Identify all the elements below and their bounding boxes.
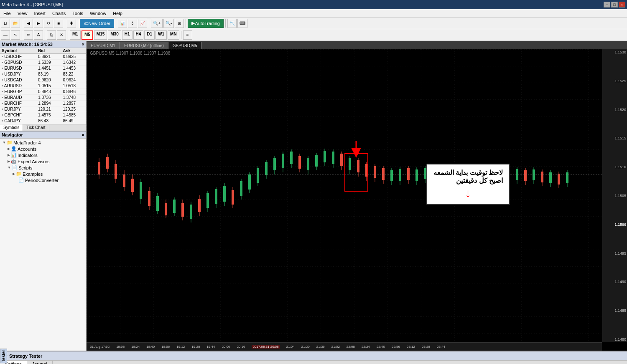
chart-tab-gbpusd-m5[interactable]: GBPUSD,M5: [168, 42, 202, 49]
market-watch-header: Market Watch: 16:24:53 ×: [0, 41, 86, 48]
svg-rect-43: [265, 162, 268, 175]
minimize-button[interactable]: –: [604, 2, 610, 8]
crosshair-button[interactable]: ✚: [67, 19, 76, 28]
price-4: 1.1515: [603, 136, 626, 140]
svg-rect-105: [524, 170, 527, 181]
new-button[interactable]: 🗋: [1, 19, 10, 28]
stop-button[interactable]: ■: [54, 19, 63, 28]
tab-tick-chart[interactable]: Tick Chart: [23, 124, 49, 131]
table-row[interactable]: • USDJPY83.1983.22: [0, 71, 86, 77]
nav-item-indicators[interactable]: ▶ 📊 Indicators: [1, 152, 85, 158]
table-row[interactable]: • EURAUD1.37361.3748: [0, 95, 86, 101]
table-row[interactable]: • USDCAD0.96200.9624: [0, 77, 86, 83]
period-M5[interactable]: M5: [82, 30, 93, 40]
maximize-button[interactable]: □: [611, 2, 618, 8]
menu-charts[interactable]: Charts: [49, 11, 69, 16]
period-M15[interactable]: M15: [94, 30, 107, 40]
delete-button[interactable]: ✕: [57, 30, 66, 40]
svg-rect-3: [98, 162, 100, 174]
chart-bar-button[interactable]: 📊: [118, 19, 127, 28]
navigator-close[interactable]: ×: [82, 132, 84, 137]
table-row[interactable]: • EURGBP0.88430.8846: [0, 89, 86, 95]
svg-rect-107: [533, 169, 535, 180]
draw-button[interactable]: ✏: [24, 30, 33, 40]
new-order-button[interactable]: 🏷 New Order: [80, 19, 114, 28]
svg-rect-47: [282, 154, 284, 168]
svg-rect-115: [566, 172, 568, 183]
table-row[interactable]: • GBPUSD1.63391.6342: [0, 60, 86, 66]
chart-tab-eurusd-m1[interactable]: EURUSD,M1: [87, 42, 120, 49]
svg-rect-23: [181, 203, 184, 217]
period-W1[interactable]: W1: [155, 30, 167, 40]
chart-tab-eurusd-m2[interactable]: EURUSD,M2 (offline): [120, 42, 168, 49]
time-19: 22:56: [392, 345, 400, 349]
period-H4[interactable]: H4: [133, 30, 144, 40]
symbol-cell: • USDCAD: [0, 77, 36, 83]
grid-button[interactable]: ⊞: [175, 19, 184, 28]
menu-insert[interactable]: Insert: [31, 11, 49, 16]
tester-tab-journal[interactable]: Journal: [27, 361, 53, 364]
forward-button[interactable]: ▶: [34, 19, 43, 28]
chart-header-label: GBPUSD,M5 1.1907 1.1908 1.1907 1.1908: [88, 50, 172, 56]
svg-rect-49: [290, 152, 293, 164]
sep-p3: [181, 31, 181, 39]
chart-line-button[interactable]: 📈: [138, 19, 147, 28]
col-ask: Ask: [61, 48, 86, 54]
market-watch-close[interactable]: ×: [82, 42, 84, 47]
menu-view[interactable]: View: [14, 11, 31, 16]
chart-container[interactable]: GBPUSD,M5 1.1907 1.1908 1.1907 1.1908: [87, 49, 627, 351]
period-M1[interactable]: M1: [70, 30, 81, 40]
time-6: 19:12: [176, 345, 185, 349]
period-M30[interactable]: M30: [108, 30, 121, 40]
autotrading-button[interactable]: ▶ AutoTrading: [188, 19, 224, 28]
open-button[interactable]: 📂: [11, 19, 20, 28]
close-button[interactable]: ×: [619, 2, 625, 8]
tester-side-tab[interactable]: Tester: [0, 349, 7, 363]
chart-candle-button[interactable]: 🕯: [128, 19, 137, 28]
market-watch: Market Watch: 16:24:53 × Symbol Bid Ask …: [0, 41, 86, 131]
copy-button[interactable]: ⎘: [47, 30, 56, 40]
table-row[interactable]: • EURUSD1.44511.4453: [0, 66, 86, 71]
text-button[interactable]: A: [34, 30, 43, 40]
cursor-tool[interactable]: ↖: [11, 30, 20, 40]
terminal-button[interactable]: ⌨: [237, 19, 247, 28]
tab-symbols[interactable]: Symbols: [0, 124, 23, 131]
nav-item-scripts[interactable]: ▼ 📄 Scripts: [1, 164, 85, 171]
period-more[interactable]: ≡: [183, 30, 192, 40]
line-tool[interactable]: —: [1, 30, 10, 40]
zoom-in-button[interactable]: 🔍+: [151, 19, 163, 28]
table-row[interactable]: • USDCHF0.89210.8925: [0, 54, 86, 60]
nav-item-period-converter[interactable]: 📄 PeriodConverter: [1, 177, 85, 183]
period-D1[interactable]: D1: [144, 30, 155, 40]
indicators-button[interactable]: 📉: [227, 19, 237, 28]
nav-item-examples[interactable]: ▶ 📁 Examples: [1, 171, 85, 177]
nav-label-mt4: MetaTrader 4: [13, 140, 41, 145]
menu-help[interactable]: Help: [110, 11, 126, 16]
time-21: 23:28: [422, 345, 430, 349]
period-MN[interactable]: MN: [168, 30, 179, 40]
menu-tools[interactable]: Tools: [69, 11, 87, 16]
nav-item-expert-advisors[interactable]: ▶ 🤖 Expert Advisors: [1, 158, 85, 164]
symbol-cell: • EURGBP: [0, 89, 36, 95]
time-4: 18:40: [146, 345, 155, 349]
annotation-arrow-icon: ↓: [433, 187, 503, 200]
svg-rect-59: [332, 152, 334, 164]
menu-window[interactable]: Window: [87, 11, 110, 16]
refresh-button[interactable]: ↺: [44, 19, 53, 28]
table-row[interactable]: • CADJPY86.4386.49: [0, 118, 86, 124]
zoom-out-button[interactable]: 🔍-: [163, 19, 174, 28]
table-row[interactable]: • GBPCHF1.45751.4585: [0, 112, 86, 118]
table-row[interactable]: • EURCHF1.28941.2897: [0, 101, 86, 106]
person-icon: 👤: [11, 146, 17, 152]
annotation-line1: لاحظ توقيت بداية الشمعه: [433, 169, 503, 177]
back-button[interactable]: ◀: [24, 19, 33, 28]
nav-item-metatrader4[interactable]: ▼ 📁 MetaTrader 4: [1, 139, 85, 146]
nav-item-accounts[interactable]: ▶ 👤 Accounts: [1, 146, 85, 152]
table-row[interactable]: • EURJPY120.21120.25: [0, 106, 86, 112]
table-row[interactable]: • AUDUSD1.05151.0518: [0, 83, 86, 89]
svg-rect-11: [131, 179, 134, 192]
menu-file[interactable]: File: [0, 11, 14, 16]
nav-label-ea: Expert Advisors: [18, 159, 49, 164]
svg-rect-27: [198, 199, 201, 212]
period-H1[interactable]: H1: [122, 30, 133, 40]
